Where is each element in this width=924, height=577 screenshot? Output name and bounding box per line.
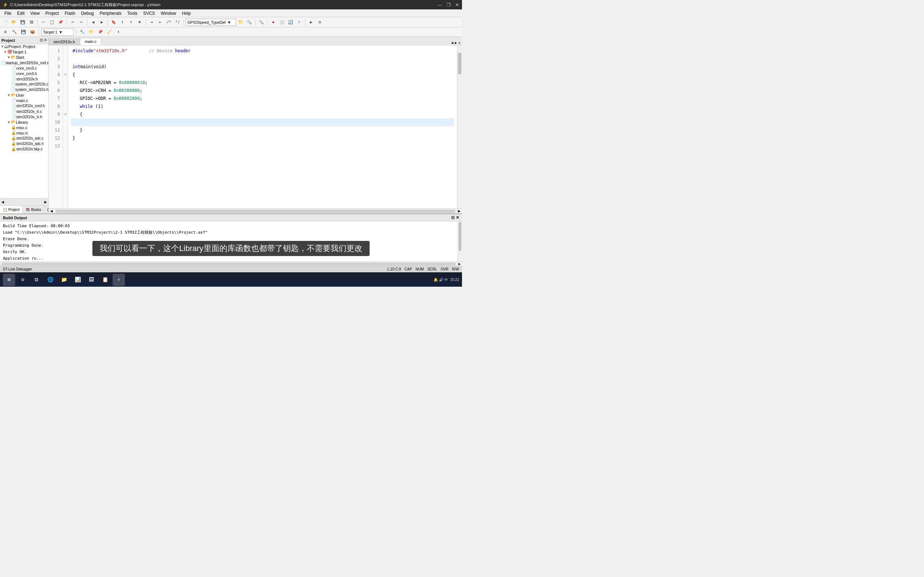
compile3-btn[interactable]: 💾	[19, 28, 27, 36]
menu-svcs[interactable]: SVCS	[141, 10, 158, 17]
tab-books[interactable]: 📚 Books	[23, 206, 44, 213]
list-item[interactable]: 📄 core_cm3.c	[0, 65, 48, 71]
download-btn[interactable]: ⬇	[115, 28, 122, 36]
list-item[interactable]: 🔒 stm32f10x bkp.c	[0, 147, 48, 152]
open-button[interactable]: 📂	[10, 18, 18, 26]
panel-close-button[interactable]: ✕	[44, 38, 47, 43]
menu-help[interactable]: Help	[179, 10, 194, 17]
editor-tab-stm32h[interactable]: stm32f10x.h	[49, 38, 80, 45]
menu-flash[interactable]: Flash	[62, 10, 78, 17]
comment-button[interactable]: /*	[165, 18, 173, 26]
tree-target1[interactable]: ▼ 🎯 Target 1	[0, 49, 48, 55]
copy-button[interactable]: 📋	[48, 18, 56, 26]
tab-project[interactable]: 📋 Project	[0, 206, 23, 213]
nav-back-button[interactable]: ◀	[89, 18, 97, 26]
panel-float-button[interactable]: ⊡	[40, 38, 43, 43]
manage-btn[interactable]: 📁	[87, 28, 95, 36]
menu-peripherals[interactable]: Peripherals	[97, 10, 124, 17]
hscroll-track[interactable]	[56, 210, 455, 213]
tab-scroll-right[interactable]: ▶	[455, 41, 457, 45]
run-mode-button[interactable]: ▶	[307, 18, 315, 26]
edge-button[interactable]: 🌐	[44, 274, 56, 286]
tree-toggle-root[interactable]: ▼	[1, 45, 4, 48]
vertical-scrollbar[interactable]	[457, 45, 462, 208]
options-btn[interactable]: 🔧	[78, 28, 86, 36]
new-file-button[interactable]: 📄	[2, 18, 10, 26]
list-item[interactable]: 🔒 misc.c	[0, 125, 48, 130]
compile-btn[interactable]: ⚙	[2, 28, 10, 36]
build-scrollbar-thumb[interactable]	[459, 222, 461, 251]
debug-reset-button[interactable]: 🔄	[287, 18, 294, 26]
menu-file[interactable]: File	[2, 10, 14, 17]
minimize-button[interactable]: —	[438, 2, 442, 8]
file-explorer-button[interactable]: 📁	[58, 274, 70, 286]
list-item[interactable]: 🔒 stm32f10x_adc.c	[0, 135, 48, 141]
indent-button[interactable]: ⇥	[148, 18, 155, 26]
pin-btn[interactable]: 📌	[96, 28, 104, 36]
compile2-btn[interactable]: 🔨	[10, 28, 18, 36]
settings-button[interactable]: ⚙	[316, 18, 324, 26]
horizontal-scrollbar[interactable]: ◀ ▶	[49, 208, 462, 213]
menu-window[interactable]: Window	[158, 10, 179, 17]
open-header-button[interactable]: 📁	[237, 18, 245, 26]
list-item[interactable]: 📄 stm32f10x_conf.h	[0, 103, 48, 108]
bookmark-button[interactable]: 🔖	[110, 18, 118, 26]
search-button-taskbar[interactable]: ⊙	[16, 274, 29, 286]
start-button[interactable]: ⊞	[3, 274, 15, 286]
list-item[interactable]: 📄 system_stm32f10x.c	[0, 82, 48, 87]
hscroll-right[interactable]: ▶	[457, 208, 462, 214]
list-item[interactable]: 🔒 stm32f10x_adc.h	[0, 141, 48, 147]
scroll-left-button[interactable]: ◀	[2, 200, 4, 205]
scrollbar-thumb[interactable]	[458, 53, 461, 74]
uncomment-button[interactable]: */	[174, 18, 181, 26]
fold-9[interactable]: ⊟	[63, 110, 68, 118]
search-button[interactable]: 🔍	[257, 18, 265, 26]
cut-button[interactable]: ✂	[39, 18, 47, 26]
tree-library-group[interactable]: ▼ 📂 Library	[0, 119, 48, 125]
tree-start-group[interactable]: ▼ 📂 Start	[0, 55, 48, 60]
debug-btn4[interactable]: ⚡	[295, 18, 303, 26]
clear-bookmarks-button[interactable]: ✖	[136, 18, 144, 26]
list-item[interactable]: 📄 stm32f10x_it.h	[0, 114, 48, 119]
list-item[interactable]: 📄 stm32f10x_it.c	[0, 108, 48, 114]
maximize-button[interactable]: ❐	[446, 2, 451, 8]
list-item[interactable]: 📄 stm32f10x.h	[0, 76, 48, 82]
menu-view[interactable]: View	[27, 10, 43, 17]
menu-edit[interactable]: Edit	[14, 10, 27, 17]
list-item[interactable]: 🔒 misc.h	[0, 130, 48, 135]
build-hscroll-right[interactable]: ▶	[457, 262, 462, 266]
close-button[interactable]: ✕	[455, 2, 459, 8]
build-float-button[interactable]: ⊡	[451, 215, 454, 220]
debug-run-button[interactable]: ●	[269, 18, 277, 26]
build-scrollbar[interactable]	[458, 221, 462, 261]
type-dropdown[interactable]: GPIOSpeed_TypeDef ▼	[186, 19, 236, 26]
save-button[interactable]: 💾	[19, 18, 27, 26]
clean-btn[interactable]: 🧹	[105, 28, 113, 36]
prev-bookmark-button[interactable]: ⬆	[118, 18, 126, 26]
paste-button[interactable]: 📌	[57, 18, 65, 26]
tree-toggle-start[interactable]: ▼	[7, 56, 10, 59]
build-h-thumb[interactable]	[2, 263, 456, 266]
target-dropdown[interactable]: Target 1 ▼	[41, 29, 74, 36]
list-item[interactable]: 📄 startup_stm32f10x_md.s	[0, 60, 48, 65]
undo-button[interactable]: ↩	[69, 18, 76, 26]
files-button[interactable]: 📋	[99, 274, 111, 286]
project-tree[interactable]: ▼ 🗂 Project: Project ▼ 🎯 Target 1 ▼ 📂 St…	[0, 44, 48, 198]
editor-tab-main[interactable]: main.c	[80, 38, 101, 45]
powerpoint-button[interactable]: 📊	[71, 274, 84, 286]
menu-debug[interactable]: Debug	[78, 10, 97, 17]
nav-fwd-button[interactable]: ▶	[98, 18, 106, 26]
tree-user-group[interactable]: ▼ 📂 User	[0, 92, 48, 98]
browse-button[interactable]: 🔍	[246, 18, 254, 26]
tree-toggle-target1[interactable]: ▼	[3, 50, 7, 54]
debug-stop-button[interactable]: ⬜	[278, 18, 286, 26]
menu-tools[interactable]: Tools	[124, 10, 141, 17]
uvision-button[interactable]: ⚡	[113, 274, 125, 286]
list-item[interactable]: 📄 main.c	[0, 98, 48, 103]
list-item[interactable]: 📄 system_stm32f10x.h	[0, 87, 48, 92]
tab-close-button[interactable]: ✕	[459, 41, 460, 45]
taskview-button[interactable]: ⧉	[30, 274, 43, 286]
next-bookmark-button[interactable]: ⬇	[127, 18, 135, 26]
hscroll-left[interactable]: ◀	[49, 208, 54, 214]
tree-toggle-library[interactable]: ▼	[7, 121, 10, 124]
